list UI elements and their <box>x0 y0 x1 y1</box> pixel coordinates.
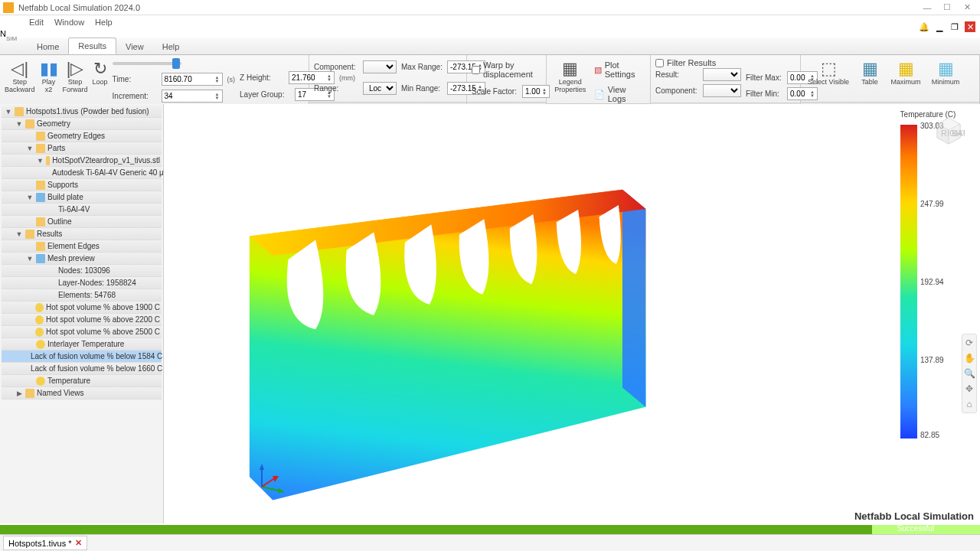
tree-item[interactable]: Hot spot volume % above 1900 C <box>2 302 162 314</box>
simulation-render <box>164 104 980 523</box>
viewport-3d[interactable]: Temperature (C) 303.03 247.99 192.94 137… <box>164 104 980 523</box>
view-tools: ⟳ ✋ 🔍 ✥ ⌂ <box>962 334 977 413</box>
restore-icon[interactable]: ❐ <box>949 21 960 32</box>
view-cube-icon[interactable]: RIGHTBACK <box>933 113 965 145</box>
maximum-button[interactable]: ▦Maximum <box>888 57 923 86</box>
scalefactor-label: Scale Factor: <box>472 87 519 96</box>
table-button[interactable]: ▦Table <box>856 57 884 86</box>
time-label: Time: <box>113 75 158 83</box>
orbit-icon[interactable]: ⟳ <box>965 337 973 348</box>
filter-max-label: Filter Max: <box>746 73 784 82</box>
title-bar: Netfabb Local Simulation 2024.0 — ☐ ✕ <box>0 0 980 15</box>
app-logo-icon <box>3 2 14 13</box>
tree-item[interactable]: ▼Parts <box>2 142 162 155</box>
tree-item[interactable]: Layer-Nodes: 1958824 <box>2 277 162 289</box>
plot-settings-button[interactable]: ▧Plot Settings <box>594 60 645 79</box>
home-icon[interactable]: ⌂ <box>966 399 972 409</box>
tab-view[interactable]: View <box>116 39 153 54</box>
tree-item[interactable]: Supports <box>2 179 162 191</box>
layergroup-label: Layer Group: <box>240 90 292 99</box>
footer-bar: Hotspots1.tivus *✕ <box>0 534 980 551</box>
color-legend: Temperature (C) 303.03 247.99 192.94 137… <box>897 110 959 439</box>
tree-item[interactable]: Hot spot volume % above 2500 C <box>2 326 162 338</box>
status-text: Successful <box>897 524 934 533</box>
svg-marker-4 <box>260 464 264 470</box>
tree-item[interactable]: ▶Named Views <box>2 387 162 399</box>
zoom-icon[interactable]: 🔍 <box>964 368 975 379</box>
tree-item[interactable]: Lack of fusion volume % below 1584 C <box>2 350 162 363</box>
tree-item[interactable]: ▼Geometry <box>2 118 162 130</box>
component-select[interactable] <box>363 60 397 73</box>
minimum-button[interactable]: ▦Minimum <box>928 57 963 86</box>
play-button[interactable]: ▮▮Play x2 <box>40 57 58 94</box>
min-icon[interactable]: ▁ <box>934 21 945 32</box>
quick-access: 🔔 ▁ ❐ ✕ <box>919 21 975 32</box>
time-slider[interactable] <box>113 62 181 65</box>
filter-results-checkbox[interactable]: Filter Results <box>655 58 741 67</box>
component-label: Component: <box>314 63 360 71</box>
select-visible-button[interactable]: ⬚Select Visible <box>805 57 851 86</box>
close-button[interactable]: ✕ <box>957 2 977 12</box>
filter-result-select[interactable] <box>703 68 741 81</box>
maxrange-label: Max Range: <box>401 63 444 71</box>
sim-label: SIM <box>6 35 17 42</box>
tree-item[interactable]: ▼Build plate <box>2 191 162 204</box>
tree-item[interactable]: Elements: 54768 <box>2 289 162 302</box>
tree-item[interactable]: ▼Hotspots1.tivus (Powder bed fusion) <box>2 106 162 118</box>
svg-marker-6 <box>278 488 285 493</box>
filter-result-label: Result: <box>655 70 700 79</box>
filter-comp-select[interactable] <box>703 84 741 97</box>
tree-item[interactable]: Hot spot volume % above 2200 C <box>2 314 162 326</box>
menu-edit[interactable]: Edit <box>29 18 44 27</box>
warp-checkbox[interactable]: Warp by displacement <box>472 60 550 79</box>
svg-line-7 <box>262 478 276 487</box>
tree-item[interactable]: ▼Results <box>2 228 162 240</box>
bell-icon[interactable]: 🔔 <box>919 21 929 32</box>
tree-item[interactable]: Geometry Edges <box>2 130 162 142</box>
document-tab[interactable]: Hotspots1.tivus *✕ <box>3 536 87 550</box>
maximize-button[interactable]: ☐ <box>937 2 957 12</box>
model-tree[interactable]: ▼Hotspots1.tivus (Powder bed fusion)▼Geo… <box>0 104 164 523</box>
tab-help[interactable]: Help <box>153 39 189 54</box>
tree-item[interactable]: Autodesk Ti-6Al-4V Generic 40 µm <box>2 167 162 179</box>
scalefactor-input[interactable]: 1.00▲▼ <box>522 85 550 98</box>
close-red-icon[interactable]: ✕ <box>965 21 975 32</box>
tree-item[interactable]: ▼Mesh preview <box>2 253 162 265</box>
axes-icon <box>256 462 286 493</box>
tree-item[interactable]: Lack of fusion volume % below 1660 C <box>2 363 162 375</box>
increment-label: Increment: <box>113 92 158 100</box>
step-forward-button[interactable]: |▷Step Forward <box>63 57 88 94</box>
range-label: Range: <box>314 84 360 93</box>
brand-text: Netfabb Local Simulation <box>854 510 974 522</box>
progress-bar: Successful <box>0 525 980 534</box>
view-logs-button[interactable]: 📄View Logs <box>594 85 645 103</box>
step-backward-button[interactable]: ◁|Step Backward <box>5 57 35 94</box>
filter-comp-label: Component: <box>655 86 700 95</box>
more-icon[interactable]: ✥ <box>965 383 973 394</box>
tree-item[interactable]: Outline <box>2 216 162 228</box>
tree-item[interactable]: Element Edges <box>2 240 162 253</box>
tree-item[interactable]: Interlayer Temperature <box>2 338 162 350</box>
zheight-label: Z Height: <box>240 73 286 82</box>
time-input[interactable]: 8160.70▲▼ <box>162 73 223 86</box>
increment-input[interactable]: 34▲▼ <box>162 90 223 103</box>
minimize-button[interactable]: — <box>917 3 937 12</box>
tab-home[interactable]: Home <box>28 39 68 54</box>
loop-button[interactable]: ↻Loop <box>93 57 108 86</box>
tab-results[interactable]: Results <box>68 37 116 54</box>
menu-help[interactable]: Help <box>95 18 113 27</box>
legend-properties-button[interactable]: ▦Legend Properties <box>551 57 590 94</box>
tree-item[interactable]: Temperature <box>2 375 162 387</box>
menu-window[interactable]: Window <box>54 18 84 27</box>
tree-item[interactable]: Nodes: 103096 <box>2 265 162 277</box>
svg-marker-1 <box>622 190 645 407</box>
minrange-label: Min Range: <box>401 84 444 93</box>
pan-icon[interactable]: ✋ <box>964 353 975 364</box>
netfabb-logo-icon: N <box>0 29 980 38</box>
tree-item[interactable]: ▼HotSpotV2teardrop_v1_tivus.stl <box>2 155 162 167</box>
menu-bar: Edit Window Help <box>0 15 980 29</box>
range-select[interactable]: Local <box>363 82 397 95</box>
ribbon-tabs: Home Results View Help <box>0 38 980 55</box>
tree-item[interactable]: Ti-6Al-4V <box>2 204 162 216</box>
close-doc-icon[interactable]: ✕ <box>75 538 82 548</box>
